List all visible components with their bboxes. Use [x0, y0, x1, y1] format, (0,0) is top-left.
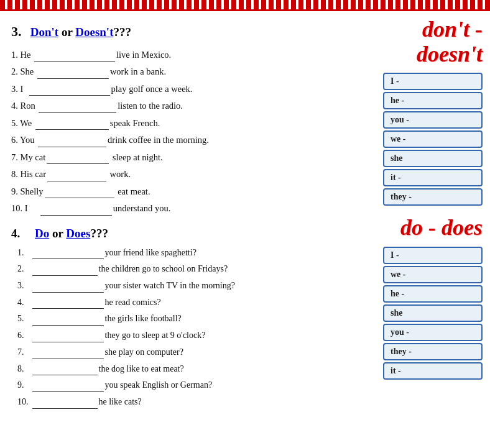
item-num: 8. [11, 169, 18, 179]
word-box: you - [383, 111, 483, 129]
word-box: it - [383, 169, 483, 186]
word-box: you - [383, 324, 483, 341]
item-num: 10. [17, 395, 29, 409]
list-item: 2. the children go to school on Fridays? [17, 262, 359, 276]
top-border [0, 0, 490, 11]
list-item: 6. You drink coffee in the morning. [11, 132, 359, 147]
word-box: he - [383, 92, 483, 109]
blank [32, 395, 98, 409]
list-item: 2. She work in a bank. [11, 64, 359, 78]
list-item: 1. He live in Mexico. [11, 47, 359, 62]
section4-boxes: I - we - he - she you - they - it - [383, 247, 483, 380]
main-container: 3. Don't or Doesn't??? 1. He live in Mex… [0, 11, 490, 424]
word-box: she [383, 304, 483, 322]
blank [47, 167, 106, 181]
word-box: I - [383, 73, 483, 90]
list-item: 4. he read comics? [17, 295, 359, 309]
list-item: 5. the girls like football? [17, 311, 359, 326]
dont-label: Don't [30, 25, 58, 39]
list-item: 4. Ron listen to the radio. [11, 98, 359, 112]
list-item: 10. I understand you. [11, 201, 359, 215]
list-item: 5. We speak French. [11, 116, 359, 130]
blank [45, 184, 114, 198]
list-item: 9. Shelly eat meat. [11, 184, 359, 198]
blank [32, 328, 104, 342]
item-num: 3. [17, 279, 29, 293]
word-box: it - [383, 362, 483, 380]
item-num: 9. [17, 378, 29, 392]
item-num: 1. [17, 246, 29, 260]
word-box: we - [383, 130, 483, 148]
list-item: 10. he like cats? [17, 395, 359, 409]
blank [32, 311, 104, 326]
blank [29, 81, 110, 96]
doesnt-label: Doesn't [75, 25, 113, 39]
item-num: 9. [11, 186, 18, 196]
blank [32, 245, 104, 260]
list-item: 7. she play on computer? [17, 345, 359, 359]
section3-title: 3. Don't or Doesn't??? [11, 24, 359, 40]
right-panel: don't - doesn't I - he - you - we - she … [372, 17, 490, 418]
word-box: they - [383, 188, 483, 206]
blank [40, 201, 112, 215]
section3-boxes: I - he - you - we - she it - they - [383, 73, 483, 206]
blank [39, 98, 116, 112]
word-box: she [383, 150, 483, 167]
blank [32, 362, 98, 376]
word-box: we - [383, 266, 483, 283]
blank [34, 47, 115, 62]
does-label: Does [66, 227, 90, 240]
item-num: 4. [11, 101, 18, 111]
item-num: 5. [17, 312, 29, 326]
dont-doesnt-title: don't - doesn't [372, 17, 483, 66]
section4-num: 4. [11, 227, 20, 240]
item-num: 10. [11, 203, 22, 213]
list-item: 3. I play golf once a week. [11, 81, 359, 96]
section3-num: 3. [11, 24, 22, 39]
item-num: 7. [11, 152, 18, 162]
section3-or: or [58, 25, 75, 39]
list-item: 8. His car work. [11, 167, 359, 181]
blank [32, 378, 104, 392]
item-num: 3. [11, 84, 18, 94]
list-item: 9. you speak English or German? [17, 378, 359, 392]
section4-list: 1. your friend like spaghetti? 2. the ch… [11, 245, 359, 409]
item-num: 1. [11, 50, 18, 60]
blank [35, 116, 109, 130]
section4-or: or [49, 227, 66, 240]
list-item: 3. your sister watch TV in the morning? [17, 278, 359, 293]
item-num: 8. [17, 362, 29, 376]
item-num: 2. [11, 66, 18, 76]
item-num: 2. [17, 262, 29, 276]
word-box: he - [383, 285, 483, 303]
section4-title: 4. Do or Does??? [11, 227, 359, 240]
word-box: I - [383, 247, 483, 264]
list-item: 7. My cat sleep at night. [11, 150, 359, 164]
section3-list: 1. He live in Mexico. 2. She work in a b… [11, 47, 359, 216]
word-box: they - [383, 343, 483, 360]
item-num: 6. [17, 329, 29, 342]
do-does-title: do - does [400, 216, 483, 240]
list-item: 1. your friend like spaghetti? [17, 245, 359, 260]
blank [47, 150, 109, 164]
list-item: 6. they go to sleep at 9 o'clock? [17, 328, 359, 342]
left-panel: 3. Don't or Doesn't??? 1. He live in Mex… [0, 17, 372, 418]
list-item: 8. the dog like to eat meat? [17, 362, 359, 376]
section4-suffix: ??? [90, 227, 108, 240]
item-num: 5. [11, 118, 18, 128]
blank [38, 132, 106, 147]
blank [37, 64, 109, 78]
item-num: 6. [11, 135, 18, 145]
blank [32, 295, 104, 309]
item-num: 4. [17, 296, 29, 309]
blank [32, 278, 104, 293]
blank [32, 345, 104, 359]
do-label: Do [35, 227, 49, 240]
blank [32, 262, 98, 276]
item-num: 7. [17, 345, 29, 359]
section3-suffix: ??? [113, 25, 131, 39]
